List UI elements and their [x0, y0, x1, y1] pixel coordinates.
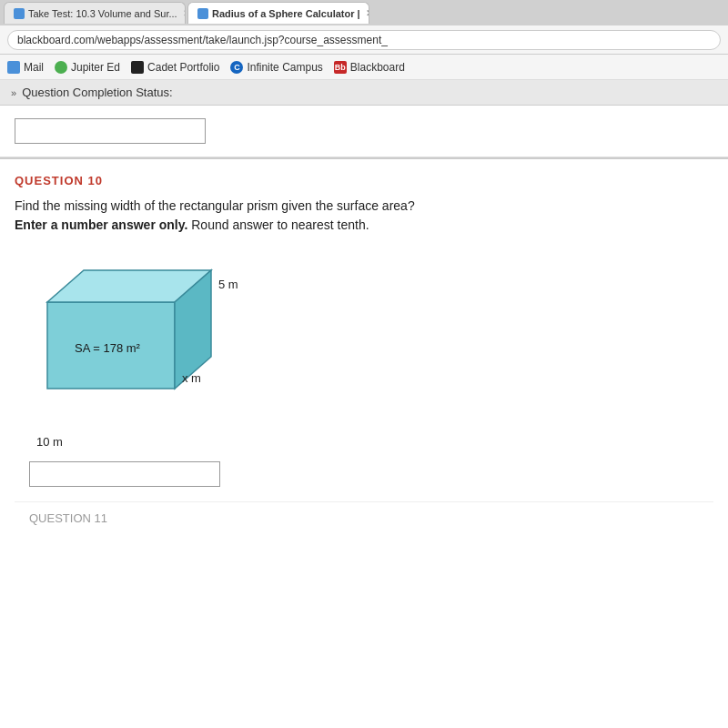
- bookmark-jupiter[interactable]: Jupiter Ed: [55, 61, 120, 74]
- completion-status-bar: » Question Completion Status:: [0, 80, 728, 106]
- tab-1-label: Take Test: 10.3 Volume and Sur...: [28, 8, 177, 19]
- question-text-bold: Enter a number answer only.: [15, 217, 187, 232]
- question-10-label: QUESTION 10: [15, 174, 713, 187]
- tab-2-label: Radius of a Sphere Calculator |: [212, 8, 360, 19]
- prism-diagram: SA = 178 m² 5 m x m: [29, 248, 284, 430]
- cadet-icon: [131, 61, 144, 74]
- answer-box-top: [0, 106, 728, 157]
- question-text-line1: Find the missing width of the rectangula…: [15, 198, 415, 213]
- question-text-rest: Round answer to nearest tenth.: [191, 217, 369, 232]
- question-11-hint: QUESTION 11: [15, 501, 713, 534]
- prism-svg: SA = 178 m² 5 m x m: [29, 248, 266, 420]
- bookmark-bb-label: Blackboard: [350, 61, 405, 74]
- bb-icon: Bb: [334, 61, 347, 74]
- tab-2-icon: [197, 8, 208, 19]
- svg-text:SA = 178 m²: SA = 178 m²: [75, 341, 141, 355]
- address-bar-row: blackboard.com/webapps/assessment/take/l…: [0, 25, 728, 55]
- bookmark-mail-label: Mail: [24, 61, 44, 74]
- tab-2[interactable]: Radius of a Sphere Calculator | ✕: [187, 2, 369, 24]
- bookmark-jupiter-label: Jupiter Ed: [71, 61, 120, 74]
- tab-1[interactable]: Take Test: 10.3 Volume and Sur... ✕: [4, 2, 186, 24]
- mail-icon: [7, 61, 20, 74]
- question-10-section: QUESTION 10 Find the missing width of th…: [0, 157, 728, 534]
- jupiter-icon: [55, 61, 67, 74]
- tab-1-close[interactable]: ✕: [183, 8, 186, 18]
- toggle-arrow[interactable]: »: [11, 87, 16, 98]
- bookmark-mail[interactable]: Mail: [7, 61, 44, 74]
- bookmarks-bar: Mail Jupiter Ed Cadet Portfolio C Infini…: [0, 55, 728, 80]
- campus-icon: C: [230, 61, 243, 74]
- completion-status-label: Question Completion Status:: [22, 86, 172, 99]
- bookmark-cadet[interactable]: Cadet Portfolio: [131, 61, 219, 74]
- dim-label-bottom: 10 m: [36, 435, 713, 449]
- tab-2-close[interactable]: ✕: [366, 8, 369, 18]
- answer-input-q10[interactable]: [29, 461, 220, 487]
- question-10-text: Find the missing width of the rectangula…: [15, 197, 713, 235]
- browser-tabs: Take Test: 10.3 Volume and Sur... ✕ Radi…: [0, 0, 728, 25]
- bookmark-campus[interactable]: C Infinite Campus: [230, 61, 322, 74]
- answer-input-top[interactable]: [15, 118, 206, 144]
- bookmark-cadet-label: Cadet Portfolio: [147, 61, 219, 74]
- bookmark-campus-label: Infinite Campus: [247, 61, 322, 74]
- address-bar[interactable]: blackboard.com/webapps/assessment/take/l…: [7, 30, 721, 50]
- svg-text:5 m: 5 m: [218, 278, 238, 291]
- bookmark-bb[interactable]: Bb Blackboard: [334, 61, 405, 74]
- svg-text:x m: x m: [182, 371, 201, 385]
- tab-1-icon: [14, 8, 25, 19]
- page-content: » Question Completion Status: QUESTION 1…: [0, 80, 728, 728]
